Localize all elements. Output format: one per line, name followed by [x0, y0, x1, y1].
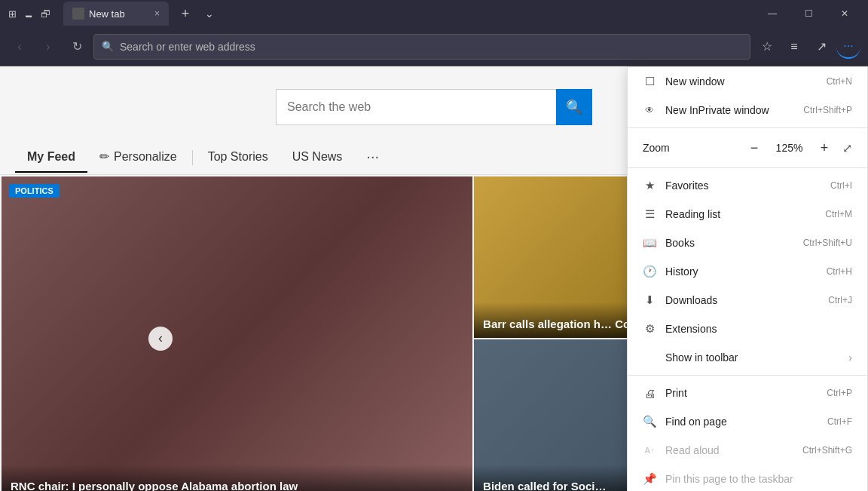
read-aloud-label: Read aloud	[665, 444, 793, 456]
menu-divider-2	[628, 167, 867, 168]
navigation-bar: ‹ › ↻ 🔍 Search or enter web address ☆ ≡ …	[0, 27, 868, 66]
maximize-button[interactable]: ☐	[791, 2, 826, 26]
reading-list-icon: ☰	[643, 207, 656, 221]
more-button[interactable]: ···	[836, 35, 860, 59]
find-label: Find on page	[665, 416, 818, 428]
tab-close-btn[interactable]: ×	[154, 8, 160, 19]
menu-item-extensions[interactable]: ⚙ Extensions	[628, 315, 867, 343]
books-icon: 📖	[643, 236, 656, 250]
reading-list-shortcut: Ctrl+M	[825, 209, 852, 219]
favorites-button[interactable]: ☆	[755, 35, 779, 59]
zoom-expand-button[interactable]: ⤢	[842, 141, 852, 155]
tab-label: New tab	[89, 8, 125, 20]
menu-item-show-toolbar[interactable]: Show in toolbar ›	[628, 343, 867, 372]
refresh-button[interactable]: ↻	[65, 35, 89, 59]
menu-item-print[interactable]: 🖨 Print Ctrl+P	[628, 379, 867, 407]
menu-item-new-window[interactable]: ☐ New window Ctrl+N	[628, 67, 867, 96]
inprivate-label: New InPrivate window	[665, 104, 794, 116]
tab-personalize-label: Personalize	[114, 150, 177, 164]
downloads-label: Downloads	[665, 294, 819, 306]
menu-item-read-aloud[interactable]: A↑ Read aloud Ctrl+Shift+G	[628, 436, 867, 465]
new-window-label: New window	[665, 75, 818, 87]
close-button[interactable]: ✕	[827, 2, 862, 26]
menu-item-favorites[interactable]: ★ Favorites Ctrl+I	[628, 171, 867, 200]
books-label: Books	[665, 237, 794, 249]
history-label: History	[665, 265, 818, 278]
search-button[interactable]: 🔍	[556, 89, 592, 125]
extensions-icon: ⚙	[643, 322, 656, 336]
menu-item-pin-taskbar[interactable]: 📌 Pin this page to the taskbar	[628, 465, 867, 491]
show-toolbar-label: Show in toolbar	[665, 351, 839, 364]
news-card-left[interactable]: POLITICS RNC chair: I personally oppose …	[2, 176, 472, 491]
new-tab-button[interactable]: +	[175, 3, 196, 24]
extensions-label: Extensions	[665, 323, 852, 335]
search-input[interactable]	[276, 89, 556, 125]
inprivate-shortcut: Ctrl+Shift+P	[803, 105, 852, 115]
favorites-menu-icon: ★	[643, 179, 656, 192]
menu-item-history[interactable]: 🕐 History Ctrl+H	[628, 257, 867, 286]
tab-my-feed-label: My Feed	[27, 150, 75, 164]
tab-list-button[interactable]: ⌄	[205, 8, 214, 20]
history-icon: 🕐	[643, 265, 656, 278]
tab-top-stories-label: Top Stories	[208, 150, 268, 164]
tab-personalize[interactable]: ✏ Personalize	[87, 142, 189, 173]
find-shortcut: Ctrl+F	[827, 416, 852, 427]
zoom-row: Zoom − 125% + ⤢	[628, 131, 867, 164]
print-shortcut: Ctrl+P	[827, 388, 852, 398]
zoom-minus-button[interactable]: −	[744, 137, 765, 158]
zoom-label: Zoom	[643, 142, 736, 154]
tab-my-feed[interactable]: My Feed	[15, 143, 87, 173]
new-window-icon: ☐	[643, 75, 656, 88]
minimize-button[interactable]: —	[755, 2, 790, 26]
menu-divider-1	[628, 127, 867, 128]
menu-divider-3	[628, 375, 867, 376]
books-shortcut: Ctrl+Shift+U	[803, 238, 852, 248]
downloads-icon: ⬇	[643, 293, 656, 307]
tab-divider	[192, 150, 193, 165]
title-bar: ⊞ 🗕 🗗 New tab × + ⌄ — ☐ ✕	[0, 0, 868, 27]
find-icon: 🔍	[643, 415, 656, 428]
menu-item-downloads[interactable]: ⬇ Downloads Ctrl+J	[628, 286, 867, 315]
carousel-prev-button[interactable]: ‹	[148, 327, 173, 351]
hub-button[interactable]: ≡	[782, 35, 806, 59]
menu-item-reading-list[interactable]: ☰ Reading list Ctrl+M	[628, 200, 867, 229]
news-caption-left: RNC chair: I personally oppose Alabama a…	[2, 465, 472, 491]
window-controls: — ☐ ✕	[755, 2, 862, 26]
zoom-value: 125%	[772, 142, 806, 154]
zoom-plus-button[interactable]: +	[814, 137, 835, 158]
restore-icon: 🗗	[39, 8, 51, 20]
tab-more[interactable]: ···	[354, 140, 391, 174]
share-button[interactable]: ↗	[809, 35, 833, 59]
search-btn-icon: 🔍	[566, 99, 582, 115]
content-area: 🔍 My Feed ✏ Personalize Top Stories US N…	[0, 66, 868, 491]
tab-us-news-label: US News	[292, 150, 343, 164]
favorites-label: Favorites	[665, 180, 821, 192]
history-shortcut: Ctrl+H	[827, 266, 852, 277]
show-toolbar-arrow: ›	[848, 351, 852, 364]
active-tab[interactable]: New tab ×	[63, 2, 169, 26]
tab-top-stories[interactable]: Top Stories	[196, 143, 280, 173]
print-label: Print	[665, 387, 818, 399]
toolbar-right: ☆ ≡ ↗ ···	[755, 35, 860, 59]
menu-item-inprivate[interactable]: 👁 New InPrivate window Ctrl+Shift+P	[628, 96, 867, 124]
inprivate-icon: 👁	[643, 103, 656, 117]
read-aloud-shortcut: Ctrl+Shift+G	[802, 445, 852, 456]
tab-us-news[interactable]: US News	[280, 143, 355, 173]
menu-item-find[interactable]: 🔍 Find on page Ctrl+F	[628, 407, 867, 436]
forward-button[interactable]: ›	[36, 35, 60, 59]
personalize-icon: ✏	[99, 149, 109, 164]
menu-item-books[interactable]: 📖 Books Ctrl+Shift+U	[628, 229, 867, 257]
address-search-icon: 🔍	[102, 41, 114, 52]
pin-taskbar-label: Pin this page to the taskbar	[665, 473, 852, 485]
favorites-shortcut: Ctrl+I	[830, 180, 852, 191]
dropdown-menu: ☐ New window Ctrl+N 👁 New InPrivate wind…	[627, 66, 868, 491]
pin-taskbar-icon: 📌	[643, 472, 656, 486]
downloads-shortcut: Ctrl+J	[828, 295, 852, 305]
search-box-container: 🔍	[276, 89, 592, 125]
back-button[interactable]: ‹	[8, 35, 32, 59]
minimize-icon: 🗕	[23, 8, 35, 20]
reading-list-label: Reading list	[665, 208, 816, 220]
address-bar[interactable]: 🔍 Search or enter web address	[93, 34, 750, 60]
title-bar-icons: ⊞ 🗕 🗗	[6, 8, 51, 20]
read-aloud-icon: A↑	[643, 443, 656, 457]
